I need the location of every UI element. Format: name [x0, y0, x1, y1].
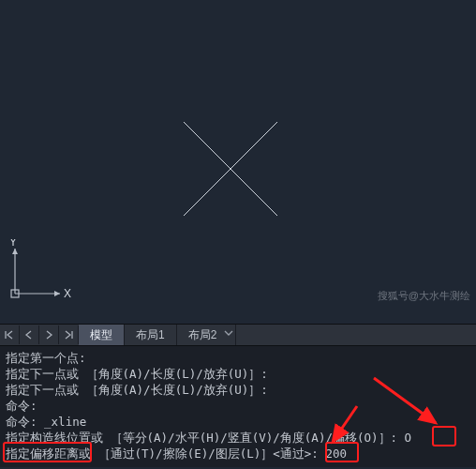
cmd-line: 指定第一个点: — [6, 350, 470, 366]
tab-nav-next-icon[interactable] — [39, 325, 59, 344]
drawing-canvas[interactable]: X Y 搜狐号@大水牛测绘 — [0, 0, 476, 324]
watermark-text: 搜狐号@大水牛测绘 — [378, 289, 470, 303]
cmd-line: 指定构造线位置或 ［等分(A)/水平(H)/竖直(V)/角度(A)/偏移(O)］… — [6, 430, 470, 446]
ucs-icon: X Y — [6, 239, 71, 305]
cmd-line: 命令: — [6, 398, 470, 414]
cmd-line: 指定下一点或 ［角度(A)/长度(L)/放弃(U)］: — [6, 382, 470, 398]
layout-tab-bar: 模型 布局1 布局2 — [0, 324, 476, 346]
tab-overflow-icon[interactable] — [224, 327, 233, 348]
tab-nav-prev-icon[interactable] — [20, 325, 39, 344]
drawing-xlines — [174, 113, 287, 225]
cmd-input-value: O — [405, 431, 412, 445]
tab-layout1[interactable]: 布局1 — [125, 325, 177, 345]
command-line-panel[interactable]: 指定第一个点: 指定下一点或 ［角度(A)/长度(L)/放弃(U)］: 指定下一… — [0, 346, 476, 467]
cmd-input-value: 200 — [325, 446, 347, 461]
ucs-x-label: X — [64, 287, 71, 300]
svg-marker-5 — [12, 249, 18, 254]
cmd-prompt-offset: 指定偏移距离 — [6, 446, 79, 461]
svg-marker-3 — [54, 291, 60, 296]
tab-nav-first-icon[interactable] — [0, 325, 20, 344]
cmd-line: 命令: _xline — [6, 414, 470, 430]
ucs-y-label: Y — [9, 239, 17, 249]
tab-nav-last-icon[interactable] — [59, 325, 79, 344]
cmd-line: 指定偏移距离或 ［通过(T)/擦除(E)/图层(L)］<通过>: 200 — [6, 446, 470, 461]
cmd-line: 指定下一点或 ［角度(A)/长度(L)/放弃(U)］: — [6, 366, 470, 382]
tab-model[interactable]: 模型 — [79, 325, 125, 345]
tab-layout2[interactable]: 布局2 — [177, 325, 237, 345]
